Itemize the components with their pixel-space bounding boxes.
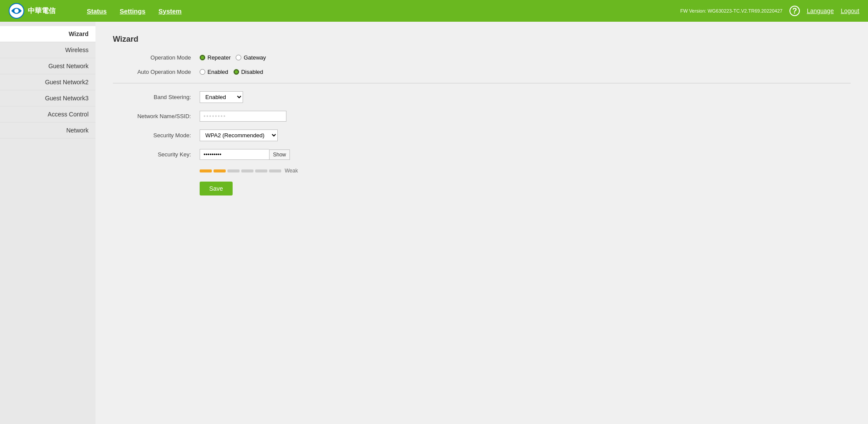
sidebar-item-wireless[interactable]: Wireless xyxy=(0,42,95,58)
header: 中華電信 Status Settings System FW Version: … xyxy=(0,0,868,22)
security-key-row: Security Key: Show xyxy=(113,149,851,160)
svg-point-1 xyxy=(14,9,19,13)
operation-mode-label: Operation Mode xyxy=(113,54,200,61)
logo-area: 中華電信 xyxy=(9,3,78,19)
operation-mode-gateway[interactable]: Gateway xyxy=(236,54,266,61)
network-name-row: Network Name/SSID: xyxy=(113,111,851,122)
sidebar-item-guest-network[interactable]: Guest Network xyxy=(0,58,95,74)
logout-button[interactable]: Logout xyxy=(841,7,859,14)
sidebar-item-guest-network3[interactable]: Guest Network3 xyxy=(0,90,95,106)
nav-status[interactable]: Status xyxy=(87,7,107,15)
network-name-control xyxy=(200,111,286,122)
auto-disabled-label: Disabled xyxy=(241,69,263,75)
logo-text: 中華電信 xyxy=(28,7,56,16)
repeater-radio[interactable] xyxy=(200,55,205,60)
security-mode-label: Security Mode: xyxy=(113,132,200,139)
strength-seg-5 xyxy=(255,169,267,172)
show-password-button[interactable]: Show xyxy=(269,149,290,160)
auto-operation-mode-label: Auto Operation Mode xyxy=(113,69,200,75)
strength-seg-1 xyxy=(200,169,212,172)
sidebar-item-network[interactable]: Network xyxy=(0,123,95,139)
strength-seg-2 xyxy=(214,169,226,172)
language-button[interactable]: Language xyxy=(807,7,834,14)
network-name-input[interactable] xyxy=(200,111,286,122)
auto-enabled-radio[interactable] xyxy=(200,69,205,75)
sidebar-item-guest-network2[interactable]: Guest Network2 xyxy=(0,74,95,90)
strength-bar-area: Weak xyxy=(200,168,851,174)
auto-enabled-label: Enabled xyxy=(207,69,228,75)
security-mode-row: Security Mode: WPA2 (Recommended) WPA WE… xyxy=(113,129,851,141)
save-button[interactable]: Save xyxy=(200,182,233,195)
network-name-label: Network Name/SSID: xyxy=(113,113,200,119)
band-steering-control: Enabled Disabled xyxy=(200,91,243,103)
security-mode-select[interactable]: WPA2 (Recommended) WPA WEP None xyxy=(200,129,278,141)
page-title: Wizard xyxy=(113,35,851,44)
header-right: FW Version: WG630223-TC.V2.TR69.20220427… xyxy=(680,6,859,16)
main-layout: Wizard Wireless Guest Network Guest Netw… xyxy=(0,22,868,424)
auto-op-disabled[interactable]: Disabled xyxy=(233,69,263,75)
content-area: Wizard Operation Mode Repeater Gateway xyxy=(95,22,868,424)
operation-mode-row: Operation Mode Repeater Gateway xyxy=(113,54,851,61)
password-area: Show xyxy=(200,149,290,160)
band-steering-select[interactable]: Enabled Disabled xyxy=(200,91,243,103)
security-mode-control: WPA2 (Recommended) WPA WEP None xyxy=(200,129,278,141)
nav-system[interactable]: System xyxy=(158,7,181,15)
band-steering-row: Band Steering: Enabled Disabled xyxy=(113,91,851,103)
strength-seg-4 xyxy=(241,169,253,172)
wizard-form: Operation Mode Repeater Gateway Auto Ope… xyxy=(113,54,851,195)
strength-seg-6 xyxy=(269,169,281,172)
help-icon[interactable]: ? xyxy=(789,6,800,16)
operation-mode-repeater[interactable]: Repeater xyxy=(200,54,230,61)
fw-version: FW Version: WG630223-TC.V2.TR69.20220427 xyxy=(680,8,782,13)
auto-disabled-radio[interactable] xyxy=(233,69,239,75)
operation-mode-control: Repeater Gateway xyxy=(200,54,266,61)
nav-settings[interactable]: Settings xyxy=(120,7,145,15)
security-key-control: Show xyxy=(200,149,290,160)
auto-operation-mode-control: Enabled Disabled xyxy=(200,69,263,75)
gateway-label: Gateway xyxy=(243,54,266,61)
sidebar-item-access-control[interactable]: Access Control xyxy=(0,106,95,123)
auto-operation-mode-row: Auto Operation Mode Enabled Disabled xyxy=(113,69,851,75)
logo-icon xyxy=(9,3,24,19)
main-nav: Status Settings System xyxy=(87,7,181,15)
sidebar: Wizard Wireless Guest Network Guest Netw… xyxy=(0,22,95,424)
repeater-label: Repeater xyxy=(207,54,230,61)
auto-op-enabled[interactable]: Enabled xyxy=(200,69,228,75)
strength-label: Weak xyxy=(285,168,298,174)
strength-seg-3 xyxy=(227,169,240,172)
sidebar-item-wizard[interactable]: Wizard xyxy=(0,26,95,42)
security-key-label: Security Key: xyxy=(113,151,200,158)
band-steering-label: Band Steering: xyxy=(113,94,200,100)
section-divider xyxy=(113,83,851,83)
gateway-radio[interactable] xyxy=(236,55,241,60)
security-key-input[interactable] xyxy=(200,149,269,160)
